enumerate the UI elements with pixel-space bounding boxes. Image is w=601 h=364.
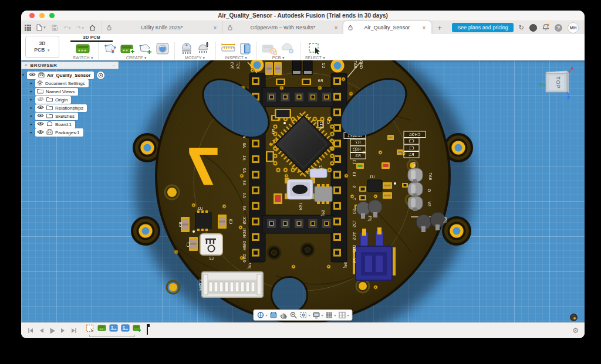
app-grid-icon[interactable] bbox=[25, 25, 31, 31]
file-menu-icon[interactable]: ▼ bbox=[36, 24, 46, 31]
ribbon-tab-3d-pcb[interactable]: 3D PCB bbox=[70, 34, 113, 42]
browser-item-root[interactable]: ▾Air_Quality_Sensor bbox=[21, 72, 119, 79]
chevron-icon[interactable]: ▸ bbox=[29, 89, 33, 94]
see-plans-pricing-button[interactable]: See plans and pricing bbox=[452, 23, 514, 32]
pm25-connector bbox=[202, 272, 263, 297]
go-to-end-button[interactable] bbox=[70, 327, 77, 334]
window-title: Air_Quality_Sensor - Autodesk Fusion (Tr… bbox=[21, 12, 585, 19]
regulator-chip bbox=[315, 184, 332, 204]
tab-label: GripperArm – With Results* bbox=[235, 25, 330, 30]
chevron-icon[interactable]: ▸ bbox=[29, 122, 33, 127]
step-forward-button[interactable] bbox=[60, 327, 66, 334]
workspace-switcher[interactable]: 3D PCB ▼ bbox=[25, 36, 59, 58]
modify-move-icon[interactable] bbox=[197, 42, 211, 55]
timeline-component-feature[interactable] bbox=[133, 324, 141, 332]
tab-utility-knife[interactable]: Utility Knife 2025* × bbox=[102, 21, 222, 34]
browser-item-origin[interactable]: ▸Origin bbox=[29, 96, 119, 103]
step-back-button[interactable] bbox=[38, 327, 45, 334]
extensions-icon[interactable] bbox=[529, 24, 537, 32]
help-icon[interactable]: ? bbox=[555, 24, 562, 32]
pcb-link-icon[interactable] bbox=[262, 42, 277, 55]
minimize-panel-icon[interactable]: – bbox=[113, 63, 115, 68]
visibility-eye-off-icon[interactable] bbox=[37, 97, 44, 103]
svg-text:Y2: Y2 bbox=[318, 165, 323, 171]
chevron-icon[interactable]: ▸ bbox=[29, 97, 33, 102]
tab-close-icon[interactable]: × bbox=[212, 25, 218, 31]
pan-tool[interactable] bbox=[279, 311, 287, 319]
create-sketch-icon[interactable] bbox=[103, 42, 117, 55]
pcb-settings-icon[interactable] bbox=[280, 42, 295, 55]
visibility-eye-icon[interactable] bbox=[37, 121, 44, 127]
look-at-tool[interactable] bbox=[269, 311, 277, 319]
grid-settings-tool[interactable]: ▾ bbox=[326, 311, 336, 319]
timeline-view-feature[interactable] bbox=[121, 324, 130, 332]
svg-text:U4: U4 bbox=[271, 129, 275, 134]
collapse-panel-icon[interactable]: « bbox=[25, 63, 27, 68]
fit-tool[interactable]: ▾ bbox=[299, 311, 310, 319]
timeline-board-feature[interactable] bbox=[97, 324, 106, 332]
new-tab-button[interactable]: + bbox=[431, 21, 448, 34]
chevron-icon[interactable]: ▸ bbox=[29, 106, 33, 110]
create-component-icon[interactable] bbox=[156, 42, 170, 56]
notifications-bell-icon[interactable] bbox=[542, 23, 549, 32]
tab-air-quality-sensor[interactable]: Air_Quality_Sensor × bbox=[343, 21, 431, 34]
browser-item-sketches[interactable]: ▸Sketches bbox=[29, 113, 119, 120]
svg-text:3V3: 3V3 bbox=[229, 62, 234, 70]
modify-push-icon[interactable] bbox=[180, 42, 194, 55]
chevron-icon[interactable]: ▸ bbox=[29, 130, 33, 135]
browser-item-document-settings[interactable]: ▸Document Settings bbox=[29, 80, 119, 87]
group-label: MODIFY ▾ bbox=[185, 56, 205, 60]
timeline-playback bbox=[27, 327, 77, 335]
assistant-fab[interactable] bbox=[570, 314, 578, 321]
timeline-settings-gear-icon[interactable]: ⚙ bbox=[572, 326, 579, 335]
create-pcb-icon[interactable] bbox=[120, 42, 136, 55]
activate-component-radio[interactable] bbox=[97, 72, 104, 79]
visibility-eye-icon[interactable] bbox=[37, 113, 44, 119]
select-icon[interactable] bbox=[308, 42, 322, 55]
svg-text:U2: U2 bbox=[198, 206, 203, 211]
visibility-eye-icon[interactable] bbox=[29, 72, 36, 78]
undo-icon[interactable]: ↶▼ bbox=[63, 25, 71, 30]
item-label: Relationships bbox=[55, 106, 83, 111]
job-status-icon[interactable]: ↻ bbox=[519, 24, 524, 32]
pin-label: SCK bbox=[242, 216, 247, 224]
user-avatar[interactable]: MH bbox=[568, 22, 579, 33]
save-icon[interactable] bbox=[52, 25, 58, 31]
viewcube[interactable]: TOP X Y Z bbox=[538, 65, 576, 101]
display-settings-tool[interactable]: ▾ bbox=[312, 311, 323, 319]
timeline-sketch-feature[interactable] bbox=[86, 324, 94, 332]
create-board-outline-icon[interactable] bbox=[139, 42, 153, 55]
pin-label: RX bbox=[352, 258, 356, 264]
browser-item-packages-1[interactable]: ▸Packages:1 bbox=[29, 129, 119, 136]
go-to-start-button[interactable] bbox=[27, 327, 34, 334]
play-button[interactable] bbox=[49, 327, 56, 335]
tab-close-icon[interactable]: × bbox=[421, 25, 427, 31]
switch-board-icon[interactable] bbox=[75, 42, 90, 55]
item-label: Packages:1 bbox=[55, 130, 80, 135]
chevron-icon[interactable]: ▸ bbox=[29, 114, 33, 118]
zoom-tool[interactable] bbox=[289, 311, 297, 319]
inspect-measure-icon[interactable] bbox=[221, 42, 236, 55]
home-icon[interactable] bbox=[89, 25, 96, 31]
orbit-tool[interactable]: ▾ bbox=[256, 311, 267, 319]
svg-text:JP8: JP8 bbox=[320, 210, 325, 216]
viewports-tool[interactable]: ▾ bbox=[339, 311, 349, 319]
visibility-eye-icon[interactable] bbox=[37, 130, 44, 135]
browser-item-board-1[interactable]: ▸Board:1 bbox=[29, 121, 119, 128]
inspect-section-icon[interactable] bbox=[239, 42, 252, 55]
timeline-view-feature[interactable] bbox=[109, 324, 118, 332]
tab-gripperarm[interactable]: GripperArm – With Results* × bbox=[222, 21, 343, 34]
chevron-icon[interactable]: ▸ bbox=[29, 81, 33, 86]
silkscreen-table-label: R5 bbox=[355, 154, 360, 158]
browser-item-relationships[interactable]: ▸Relationships bbox=[29, 104, 119, 111]
browser-tree: ▾Air_Quality_Sensor▸Document Settings▸Na… bbox=[21, 72, 119, 136]
tab-close-icon[interactable]: × bbox=[333, 25, 339, 31]
screen: Air_Quality_Sensor - Autodesk Fusion (Tr… bbox=[0, 0, 601, 364]
chevron-icon[interactable]: ▾ bbox=[21, 73, 25, 77]
viewport-canvas[interactable]: 7 bbox=[21, 60, 585, 322]
visibility-eye-icon[interactable] bbox=[37, 105, 44, 111]
silkscreen-table-label: CHG1 bbox=[408, 132, 420, 137]
browser-item-named-views[interactable]: ▸Named Views bbox=[29, 88, 119, 95]
timeline-playhead[interactable] bbox=[144, 324, 150, 335]
redo-icon[interactable]: ↷▼ bbox=[76, 25, 84, 30]
